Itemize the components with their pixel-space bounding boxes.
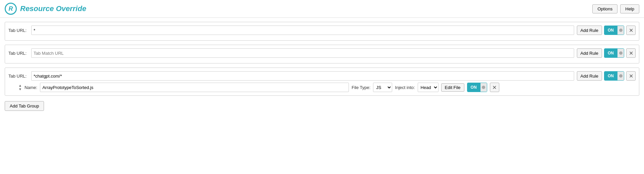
app-title: Resource Override: [20, 4, 86, 13]
toggle-on-label-3[interactable]: ON: [604, 72, 617, 80]
toggle-2[interactable]: ON: [604, 48, 624, 58]
toggle-1[interactable]: ON: [604, 26, 624, 35]
tab-group-2: Tab URL: Add Rule ON ✕: [5, 45, 639, 63]
help-button[interactable]: Help: [620, 4, 639, 13]
tab-group-3: Tab URL: Add Rule ON ✕ ▲ ▼ Name: Fil: [5, 68, 639, 96]
tab-url-label-1: Tab URL:: [8, 28, 29, 33]
close-button-3[interactable]: ✕: [626, 71, 636, 81]
toggle-knob-3: [619, 74, 623, 78]
tab-url-input-2[interactable]: [31, 48, 574, 58]
toggle-on-label-1[interactable]: ON: [604, 26, 617, 35]
toggle-on-label-2[interactable]: ON: [604, 49, 617, 57]
add-rule-button-2[interactable]: Add Rule: [577, 48, 602, 58]
rule-row-1: ▲ ▼ Name: File Type: JS CSS Text Inject …: [8, 83, 636, 92]
inject-label: Inject into:: [395, 85, 415, 90]
tab-url-label-2: Tab URL:: [8, 51, 29, 56]
toggle-rule-slider[interactable]: [480, 83, 487, 92]
toggle-knob-2: [619, 51, 623, 55]
tab-url-row-2: Tab URL: Add Rule ON ✕: [8, 48, 636, 58]
app-logo: R: [5, 3, 17, 15]
edit-file-button[interactable]: Edit File: [441, 83, 464, 92]
toggle-rule-1[interactable]: ON: [467, 83, 487, 92]
options-button[interactable]: Options: [592, 4, 617, 13]
tab-url-row-3: Tab URL: Add Rule ON ✕: [8, 71, 636, 81]
name-input[interactable]: [40, 83, 349, 92]
name-label: Name:: [25, 85, 37, 90]
inject-select[interactable]: Head Body: [418, 83, 439, 92]
header-right: Options Help: [592, 4, 639, 13]
toggle-slider-1[interactable]: [617, 26, 624, 35]
tab-url-row-1: Tab URL: Add Rule ON ✕: [8, 26, 636, 35]
row-controls-1: Add Rule ON ✕: [577, 26, 636, 35]
tab-url-label-3: Tab URL:: [8, 74, 29, 79]
main-content: Tab URL: Add Rule ON ✕ Tab URL: Add Rule: [0, 18, 644, 115]
toggle-rule-knob: [482, 86, 485, 89]
close-button-2[interactable]: ✕: [626, 48, 636, 58]
toggle-slider-3[interactable]: [617, 72, 624, 80]
add-rule-button-1[interactable]: Add Rule: [577, 26, 602, 35]
sort-arrows-icon[interactable]: ▲ ▼: [18, 84, 22, 91]
row-controls-3: Add Rule ON ✕: [577, 71, 636, 81]
add-rule-button-3[interactable]: Add Rule: [577, 71, 602, 81]
tab-url-input-1[interactable]: [31, 26, 574, 35]
header: R Resource Override Options Help: [0, 0, 644, 18]
close-button-1[interactable]: ✕: [626, 26, 636, 35]
toggle-slider-2[interactable]: [617, 49, 624, 57]
tab-group-1: Tab URL: Add Rule ON ✕: [5, 22, 639, 41]
toggle-3[interactable]: ON: [604, 71, 624, 81]
file-type-label: File Type:: [352, 85, 370, 90]
toggle-rule-on-label[interactable]: ON: [467, 83, 480, 92]
row-controls-2: Add Rule ON ✕: [577, 48, 636, 58]
logo-letter: R: [9, 5, 13, 12]
tab-url-input-3[interactable]: [31, 71, 574, 81]
header-left: R Resource Override: [5, 3, 86, 15]
toggle-knob-1: [619, 29, 623, 32]
add-tab-group-button[interactable]: Add Tab Group: [5, 101, 44, 111]
close-rule-button[interactable]: ✕: [490, 83, 499, 92]
file-type-select[interactable]: JS CSS Text: [373, 83, 392, 92]
